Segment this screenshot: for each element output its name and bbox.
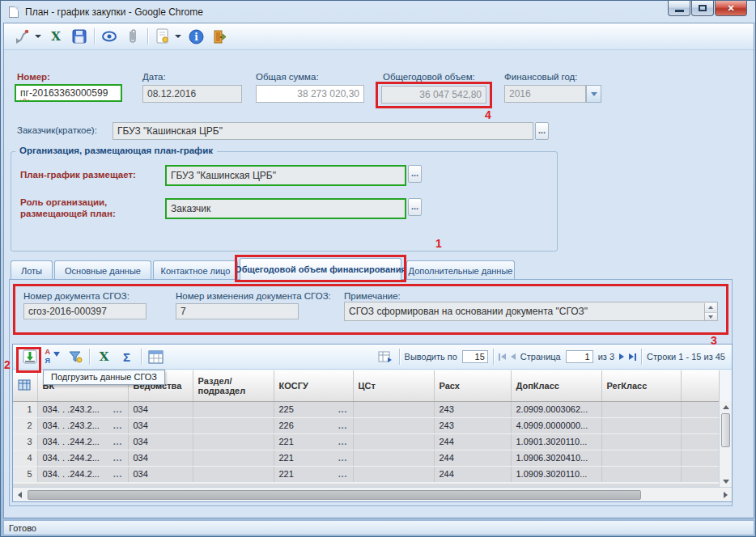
table-row[interactable]: 2 034. . .243.2...... 034 226... 243 4.0… <box>13 417 719 433</box>
route-action-button[interactable] <box>14 27 32 45</box>
scroll-left-button[interactable] <box>13 488 26 501</box>
toolbar-separator <box>399 349 400 365</box>
cell-lookup-button[interactable]: ... <box>113 421 122 430</box>
refresh-grid-button[interactable] <box>377 349 394 366</box>
table-row[interactable]: 1 034. . .243.2...... 034 225... 243 2.0… <box>13 401 719 417</box>
table-row[interactable]: 3 034. . .244.2...... 034 221... 244 1.0… <box>13 433 719 450</box>
vertical-scroll-thumb[interactable] <box>721 413 730 447</box>
close-icon: ✕ <box>727 3 734 14</box>
toolbar-separator <box>89 349 90 365</box>
column-header-rash[interactable]: Расх <box>434 370 511 401</box>
plan-placer-lookup-button[interactable]: ... <box>408 165 422 183</box>
window-title: План - график закупки - Google Chrome <box>25 6 203 18</box>
note-spinner[interactable] <box>704 303 716 321</box>
load-sgoz-data-button[interactable] <box>21 349 38 366</box>
grid-horizontal-scrollbar[interactable] <box>13 487 732 501</box>
placing-org-group-title: Организация, размещающая план-график <box>15 146 217 155</box>
page-input[interactable]: 1 <box>566 350 593 363</box>
column-header-empty <box>681 370 719 401</box>
column-header-kosgu[interactable]: КОСГУ <box>274 370 353 401</box>
org-role-label-line1: Роль организации, <box>20 197 107 207</box>
cell-lookup-button[interactable]: ... <box>113 470 122 479</box>
last-page-button[interactable] <box>629 353 636 361</box>
prev-page-button[interactable] <box>511 353 516 360</box>
column-header-regklass[interactable]: РегКласс <box>601 370 681 401</box>
column-header-razdel[interactable]: Раздел/ подраздел <box>193 370 274 401</box>
sgoz-doc-number-field: сгоз-2016-000397 <box>23 303 147 319</box>
cell-lookup-button[interactable]: ... <box>113 405 122 414</box>
attachments-button[interactable] <box>124 27 142 45</box>
cell-lookup-button[interactable]: ... <box>338 454 347 463</box>
export-excel-button[interactable]: X <box>47 27 65 45</box>
tab-lots[interactable]: Лоты <box>11 260 53 280</box>
title-bar: План - график закупки - Google Chrome <box>1 1 755 23</box>
maximize-button[interactable] <box>691 1 714 16</box>
tab-main-data[interactable]: Основные данные <box>54 260 151 280</box>
sort-button[interactable]: АЯ <box>44 349 61 366</box>
download-into-table-icon <box>22 349 38 365</box>
page-count-label: из 3 <box>598 352 614 362</box>
totals-button[interactable]: Σ <box>118 349 135 366</box>
document-actions-button[interactable] <box>154 27 172 45</box>
cell-lookup-button[interactable]: ... <box>338 421 347 430</box>
columns-settings-button[interactable] <box>147 349 164 366</box>
per-page-input[interactable]: 15 <box>462 350 488 363</box>
scroll-up-button[interactable] <box>720 401 732 412</box>
chevron-down-icon <box>591 92 597 96</box>
spinner-down-button[interactable] <box>705 313 716 322</box>
scroll-right-button[interactable] <box>719 488 732 501</box>
filter-button[interactable] <box>66 349 83 366</box>
cell-lookup-button[interactable]: ... <box>113 454 122 463</box>
eye-icon <box>101 31 117 42</box>
horizontal-scroll-thumb[interactable] <box>28 490 641 500</box>
minimize-icon <box>675 10 684 12</box>
sgoz-doc-number-label: Номер документа СГОЗ: <box>23 291 130 301</box>
next-page-button[interactable] <box>619 353 624 360</box>
tab-contact-person[interactable]: Контактное лицо <box>153 260 238 280</box>
excel-icon: X <box>100 349 109 364</box>
fiscal-year-label: Финансовый год: <box>504 72 578 82</box>
select-column-header[interactable] <box>13 370 37 401</box>
spinner-up-icon <box>708 306 713 309</box>
table-columns-icon <box>148 350 164 364</box>
view-button[interactable] <box>100 27 118 45</box>
first-page-button[interactable] <box>499 353 506 361</box>
grid-export-excel-button[interactable]: X <box>96 349 113 366</box>
sgoz-change-number-label: Номер изменения документа СГОЗ: <box>176 291 331 301</box>
number-field[interactable]: пг-20163363000599 <box>15 84 122 102</box>
customer-lookup-button[interactable]: ... <box>535 122 549 140</box>
toolbar-separator <box>141 349 142 365</box>
number-value: -20163363000599 <box>29 87 108 99</box>
arrow-up-icon <box>723 405 729 409</box>
note-field: СГОЗ сформирован на основании документа … <box>344 302 718 321</box>
cell-lookup-button[interactable]: ... <box>113 438 122 446</box>
date-field: 08.12.2016 <box>142 85 242 103</box>
cell-lookup-button[interactable]: ... <box>338 438 347 446</box>
grid-toolbar: АЯ X Σ <box>13 345 732 370</box>
route-dropdown-caret[interactable] <box>35 35 41 38</box>
fiscal-year-dropdown-button[interactable] <box>586 85 601 103</box>
filter-funnel-icon <box>68 349 83 364</box>
grid-vertical-scrollbar[interactable] <box>719 401 732 487</box>
status-text: Готово <box>9 523 36 533</box>
close-button[interactable]: ✕ <box>715 1 747 16</box>
tab-annual-financing[interactable]: Общегодовой объем финансирования <box>240 258 401 280</box>
tab-additional-data[interactable]: Дополнительные данные <box>406 260 515 280</box>
table-select-icon <box>18 379 31 391</box>
column-header-cst[interactable]: ЦСт <box>353 370 434 401</box>
per-page-label: Выводить по <box>405 352 457 362</box>
cell-lookup-button[interactable]: ... <box>338 470 347 479</box>
toolbar-separator <box>94 28 95 44</box>
table-row[interactable]: 5 034. . .244.2...... 034 221... 244 1.0… <box>13 466 719 482</box>
org-role-lookup-button[interactable]: ... <box>408 198 422 216</box>
minimize-button[interactable] <box>668 1 690 16</box>
column-header-dopklass[interactable]: ДопКласс <box>511 370 601 401</box>
document-dropdown-caret[interactable] <box>175 35 181 38</box>
save-button[interactable] <box>70 27 88 45</box>
scroll-down-button[interactable] <box>720 476 732 487</box>
spinner-up-button[interactable] <box>705 303 716 313</box>
exit-button[interactable] <box>210 27 228 45</box>
table-row[interactable]: 4 034. . .244.2...... 034 221... 244 1.0… <box>13 450 719 466</box>
cell-lookup-button[interactable]: ... <box>338 405 347 414</box>
info-button[interactable]: i <box>187 27 205 45</box>
